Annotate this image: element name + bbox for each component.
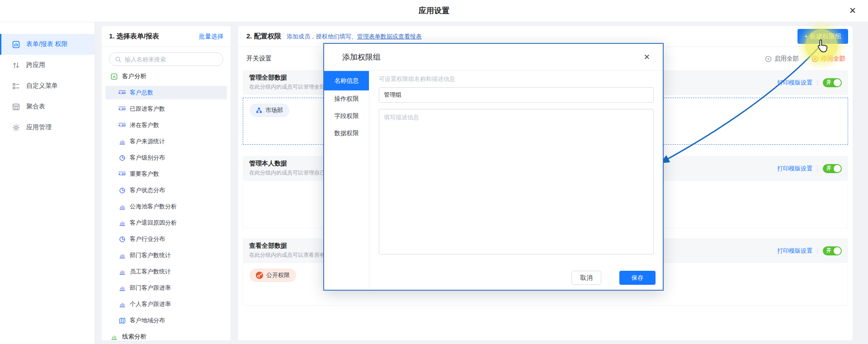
form-item-9[interactable]: 客户退回原因分析 [105,216,227,230]
key-icon [256,272,263,279]
form-item-label: 部门客户数统计 [130,251,171,259]
form-item-4[interactable]: 客户来源统计 [105,135,227,148]
bar-icon [118,220,126,226]
pie-icon [118,236,126,243]
form-item-label: 客户退回原因分析 [130,219,177,227]
modal-body: 名称信息操作权限字段权限数据权限 可设置权限组名称和描述信息 取消 保存 [324,71,663,290]
form-item-2[interactable]: 4,80已跟进客户数 [105,102,227,116]
print-template-link[interactable]: 打印模版设置 [777,165,812,173]
bar-icon [118,301,126,308]
disable-all-button[interactable]: 停用全部 [811,55,845,63]
sidebar-item-2[interactable]: 自定义菜单 [0,75,94,96]
sidebar-item-label: 跨应用 [26,61,45,69]
pie-icon [118,155,126,161]
form-item-label: 客户总数 [130,89,153,97]
form-item-label: 重要客户数 [130,170,159,178]
modal-close-icon[interactable]: ✕ [644,52,650,62]
sidebar-item-4[interactable]: 应用管理 [0,117,94,138]
modal-header: 添加权限组 ✕ [324,44,663,71]
toggle-knob [834,247,841,254]
form-item-label: 部门客户跟进率 [130,284,171,292]
perm-card-controls: 打印模版设置 开 [777,246,842,255]
permission-toggle[interactable]: 开 [823,164,842,173]
app-settings-window: 应用设置 ✕ 表单/报表 权限跨应用自定义菜单聚合表应用管理 1. 选择表单/报… [0,0,868,344]
form-item-11[interactable]: 部门客户数统计 [105,249,227,262]
page-title: 应用设置 [0,0,868,22]
permission-toggle[interactable]: 开 [823,78,842,87]
form-group-0[interactable]: A客户分析 [105,70,227,83]
number-widget-icon: 4,80 [118,172,126,177]
form-item-5[interactable]: 客户级别分布 [105,151,227,165]
sidebar: 表单/报表 权限跨应用自定义菜单聚合表应用管理 [0,22,95,344]
member-tag-department[interactable]: 市场部 [250,104,289,117]
modal-tab-0[interactable]: 名称信息 [324,71,369,90]
sidebar-item-0[interactable]: 表单/报表 权限 [0,34,94,55]
bar-icon [118,252,126,259]
bar-icon [118,203,126,210]
bar-green-icon [110,334,118,340]
batch-select-link[interactable]: 批量选择 [199,33,223,41]
enable-all-button[interactable]: 启用全部 [765,55,799,63]
modal-tab-1[interactable]: 操作权限 [324,90,369,108]
modal-content: 可设置权限组名称和描述信息 [369,71,663,290]
modal-tabs: 名称信息操作权限字段权限数据权限 [324,71,369,290]
map-icon [118,317,126,324]
svg-text:A: A [113,74,115,79]
cross-app-icon [12,61,20,69]
form-item-3[interactable]: 4,80潜在客户数 [105,118,227,132]
group-desc-textarea[interactable] [379,109,654,254]
save-button[interactable]: 保存 [619,271,656,285]
form-item-label: 客户级别分布 [130,154,165,162]
stop-circle-icon [811,56,818,62]
cancel-button[interactable]: 取消 [571,271,601,285]
pie-icon [118,187,126,194]
search-icon [115,56,122,63]
search-field[interactable] [125,56,217,63]
form-item-8[interactable]: 公海池客户数分析 [105,200,227,213]
form-item-label: 线索分析 [122,333,146,340]
form-item-13[interactable]: 部门客户跟进率 [105,281,227,295]
modal-tab-3[interactable]: 数据权限 [324,125,369,142]
form-item-6[interactable]: 4,80重要客户数 [105,167,227,181]
form-item-1[interactable]: 4,80客户总数 [105,86,227,99]
form-item-14[interactable]: 个人客户跟进率 [105,297,227,311]
form-item-15[interactable]: 客户地域分布 [105,314,227,327]
perm-card-controls: 打印模版设置 开 [777,78,842,87]
bar-icon [118,138,126,145]
switch-settings-label: 开关设置 [246,55,272,63]
sidebar-item-3[interactable]: 聚合表 [0,96,94,117]
bar-icon [118,285,126,292]
form-group-16[interactable]: 线索分析 [105,330,227,340]
permission-toggle[interactable]: 开 [823,246,842,255]
permission-title: 2. 配置权限 [246,32,281,41]
window-close-icon[interactable]: ✕ [847,5,858,16]
divider [817,248,818,254]
modal-title: 添加权限组 [342,52,644,62]
form-item-label: 潜在客户数 [130,121,159,129]
new-permission-group-button[interactable]: + 新建权限组 [797,29,848,44]
modal-tab-2[interactable]: 字段权限 [324,108,369,125]
group-a-icon: A [110,73,118,80]
form-item-label: 公海池客户数分析 [130,203,177,211]
form-item-label: 已跟进客户数 [130,105,165,113]
form-item-10[interactable]: 客户行业分布 [105,232,227,246]
form-item-label: 客户来源统计 [130,137,165,146]
modal-footer: 取消 保存 [571,271,656,285]
member-tag-public[interactable]: 公开权限 [250,269,296,282]
print-template-link[interactable]: 打印模版设置 [777,247,812,255]
toggle-knob [834,165,841,172]
search-input[interactable] [109,52,223,66]
form-select-panel: 1. 选择表单/报表 批量选择 A客户分析4,80客户总数4,80已跟进客户数4… [102,26,231,340]
form-item-label: 客户状态分布 [130,186,165,194]
sidebar-item-label: 应用管理 [26,123,52,132]
form-item-label: 客户分析 [122,72,146,80]
divider [817,165,818,172]
form-item-7[interactable]: 客户状态分布 [105,184,227,197]
number-widget-icon: 4,80 [118,123,126,128]
group-name-input[interactable] [379,87,654,103]
perm-card-controls: 打印模版设置 开 [777,164,842,173]
form-item-12[interactable]: 员工客户数统计 [105,265,227,278]
form-item-label: 员工客户数统计 [130,268,171,276]
sidebar-item-1[interactable]: 跨应用 [0,55,94,75]
print-template-link[interactable]: 打印模版设置 [777,79,812,87]
